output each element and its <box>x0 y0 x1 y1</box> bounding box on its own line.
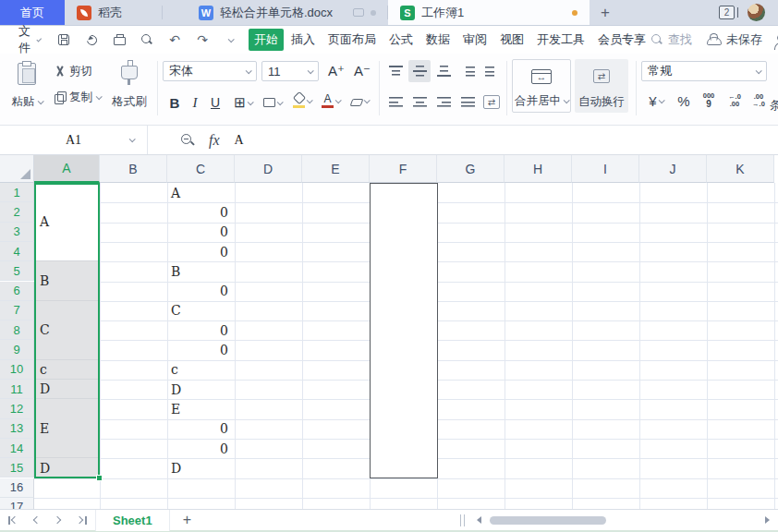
menu-tab[interactable]: 开发工具 <box>531 29 590 51</box>
paste-button[interactable]: 粘贴 <box>7 59 46 113</box>
home-tab[interactable]: 首页 <box>0 0 65 25</box>
decrease-decimal-button[interactable]: ←.0.00 <box>723 91 747 111</box>
merged-cell-a10[interactable]: c <box>36 360 98 380</box>
grow-font-button[interactable]: A⁺ <box>324 61 348 81</box>
row-header-7[interactable]: 7 <box>0 301 34 320</box>
align-center-button[interactable] <box>408 91 431 113</box>
percent-button[interactable]: % <box>673 91 695 111</box>
draw-border-button[interactable] <box>259 92 286 113</box>
font-color-button[interactable]: A <box>318 91 344 111</box>
text-orientation-button[interactable]: ⇄ <box>480 91 503 113</box>
save-status[interactable]: 未保存 <box>707 31 762 48</box>
row-header-9[interactable]: 9 <box>0 340 34 359</box>
add-sheet-button[interactable]: + <box>170 512 204 528</box>
conditional-format-partial[interactable]: 条 <box>770 98 778 114</box>
name-box[interactable]: A1 <box>0 126 148 154</box>
cell-c15[interactable]: D <box>167 458 235 478</box>
docer-tab[interactable]: 稻壳 <box>65 0 163 25</box>
menu-tab[interactable]: 视图 <box>494 29 529 51</box>
increase-indent-button[interactable] <box>480 60 503 82</box>
cell-c10[interactable]: c <box>167 360 235 380</box>
merged-cell-a15[interactable]: D <box>36 458 98 478</box>
row-header-17[interactable]: 17 <box>0 498 34 509</box>
hscroll-left-arrow[interactable] <box>477 516 481 524</box>
row-header-8[interactable]: 8 <box>0 320 34 340</box>
decrease-indent-button[interactable] <box>456 60 479 82</box>
row-header-5[interactable]: 5 <box>0 261 34 281</box>
redo-button[interactable]: ↷ <box>191 30 213 50</box>
workbook-tab[interactable]: S 工作簿1 <box>388 0 590 25</box>
row-header-10[interactable]: 10 <box>0 360 34 380</box>
quick-access-more-button[interactable] <box>219 30 241 50</box>
menu-tab[interactable]: 审阅 <box>457 29 492 51</box>
merged-cell-a11[interactable]: D <box>36 380 98 399</box>
cell-c3[interactable]: 0 <box>167 223 235 242</box>
merged-cell-a12[interactable]: E <box>36 399 98 458</box>
column-header-g[interactable]: G <box>437 155 504 183</box>
cell-c11[interactable]: D <box>167 380 235 399</box>
row-header-4[interactable]: 4 <box>0 242 34 261</box>
column-header-k[interactable]: K <box>707 155 774 183</box>
merged-cell-a1[interactable]: A <box>36 183 98 261</box>
borders-button[interactable]: ⊞ <box>229 92 257 113</box>
new-tab-button[interactable]: + <box>590 0 621 25</box>
merged-cell-a5[interactable]: B <box>36 261 98 301</box>
cell-c14[interactable]: 0 <box>167 439 235 458</box>
cell-c13[interactable]: 0 <box>167 419 235 439</box>
row-header-16[interactable]: 16 <box>0 478 34 498</box>
column-header-b[interactable]: B <box>100 155 167 183</box>
cell-c7[interactable]: C <box>167 301 235 320</box>
cell-c6[interactable]: 0 <box>167 282 235 301</box>
cut-button[interactable]: 剪切 <box>52 61 95 81</box>
print-preview-button[interactable] <box>136 30 158 50</box>
file-menu-button[interactable]: 文件 <box>11 23 47 56</box>
window-list-icon[interactable]: 2 <box>719 6 735 19</box>
bold-button[interactable]: B <box>164 92 185 113</box>
increase-decimal-button[interactable]: .00→.0 <box>747 91 771 111</box>
cell-c9[interactable]: 0 <box>167 340 235 359</box>
row-header-1[interactable]: 1 <box>0 183 34 202</box>
column-header-h[interactable]: H <box>504 155 572 183</box>
tab-scroll-splitter[interactable] <box>460 514 465 526</box>
menu-tab[interactable]: 会员专享 <box>592 29 651 51</box>
cell-c5[interactable]: B <box>167 261 235 281</box>
column-header-e[interactable]: E <box>302 155 370 183</box>
row-header-12[interactable]: 12 <box>0 399 34 418</box>
last-sheet-button[interactable] <box>76 515 86 526</box>
comma-style-button[interactable]: 0009 <box>697 91 721 111</box>
formula-input[interactable]: A <box>235 133 244 148</box>
cell-c12[interactable]: E <box>167 399 235 418</box>
format-painter-button[interactable]: 格式刷 <box>107 59 152 113</box>
shrink-font-button[interactable]: A⁻ <box>350 61 374 81</box>
font-size-combo[interactable]: 11 <box>261 61 319 81</box>
find-button[interactable]: 查找 <box>651 31 692 48</box>
merge-center-button[interactable]: 合并居中 <box>512 59 571 113</box>
align-top-button[interactable] <box>384 60 407 82</box>
fill-color-button[interactable] <box>288 91 316 111</box>
select-all-corner[interactable] <box>0 155 34 183</box>
avatar[interactable] <box>748 4 765 21</box>
hscroll-right-arrow[interactable] <box>765 516 770 524</box>
italic-button[interactable]: I <box>187 92 203 113</box>
row-header-6[interactable]: 6 <box>0 282 34 301</box>
insert-function-button[interactable]: fx <box>209 132 220 149</box>
justify-button[interactable] <box>456 91 479 113</box>
undo-button[interactable]: ↶ <box>164 30 186 50</box>
row-header-14[interactable]: 14 <box>0 439 34 458</box>
align-left-button[interactable] <box>384 91 407 113</box>
clear-format-button[interactable] <box>346 91 373 111</box>
align-right-button[interactable] <box>432 91 455 113</box>
currency-button[interactable]: ¥ <box>641 91 671 111</box>
next-sheet-button[interactable] <box>54 515 64 526</box>
column-header-i[interactable]: I <box>572 155 639 183</box>
row-header-11[interactable]: 11 <box>0 380 34 399</box>
sheet-tab-sheet1[interactable]: Sheet1 <box>95 510 170 531</box>
column-header-d[interactable]: D <box>235 155 302 183</box>
number-format-combo[interactable]: 常规 <box>641 61 767 81</box>
align-middle-button[interactable] <box>408 60 431 82</box>
copy-button[interactable]: 复制 <box>52 87 103 107</box>
column-header-j[interactable]: J <box>639 155 707 183</box>
row-header-2[interactable]: 2 <box>0 202 34 222</box>
save-button[interactable] <box>53 30 75 50</box>
column-header-a[interactable]: A <box>34 155 100 183</box>
